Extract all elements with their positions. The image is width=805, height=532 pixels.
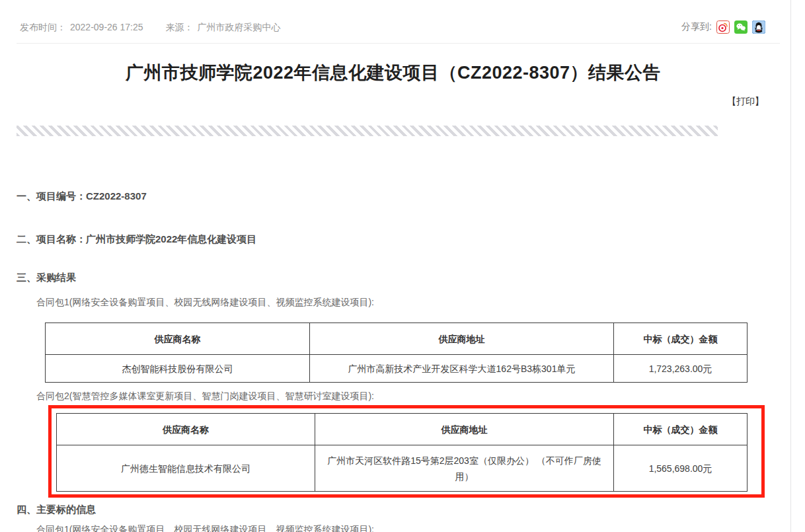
clipped-bottom-line: 合同包1(网络安全设备购置项目、校园无线网络建设项目、视频监控系统建设项目): [36,524,374,532]
source-value: 广州市政府采购中心 [198,22,281,32]
header-supplier-name: 供应商名称 [46,323,310,355]
header-supplier-address: 供应商地址 [310,323,614,355]
section-project-number: 一、项目编号：CZ2022-8307 [17,190,147,203]
share-label: 分享到: [681,21,712,33]
red-highlight-box: 供应商名称 供应商地址 中标（成交）金额 广州德生智能信息技术有限公司 广州市天… [48,405,765,498]
meta-bar: 发布时间：2022-09-26 17:25来源：广州市政府采购中心 [20,22,285,34]
section-procurement-result: 三、采购结果 [17,272,76,284]
award-amount-cell: 1,723,263.00元 [614,355,748,383]
table-header-row: 供应商名称 供应商地址 中标（成交）金额 [57,414,748,445]
supplier-address-cell: 广州市高新技术产业开发区科学大道162号B3栋301单元 [310,355,614,383]
weibo-icon[interactable] [716,20,730,34]
announcement-page: 发布时间：2022-09-26 17:25来源：广州市政府采购中心 分享到: [0,0,805,532]
section-main-subject-info: 四、主要标的信息 [17,504,96,516]
meta-divider [17,43,780,44]
supplier-name-cell: 广州德生智能信息技术有限公司 [57,445,315,492]
wechat-icon[interactable] [734,20,748,34]
share-bar: 分享到: [681,20,765,34]
supplier-name-cell: 杰创智能科技股份有限公司 [46,355,310,383]
header-award-amount: 中标（成交）金额 [614,323,748,355]
header-supplier-address: 供应商地址 [315,414,614,445]
header-supplier-name: 供应商名称 [57,414,315,445]
supplier-address-cell: 广州市天河区软件路15号第2层203室（仅限办公） （不可作厂房使用） [315,445,614,492]
package2-result-table: 供应商名称 供应商地址 中标（成交）金额 广州德生智能信息技术有限公司 广州市天… [56,413,748,492]
section-project-name: 二、项目名称：广州市技师学院2022年信息化建设项目 [17,233,256,246]
award-amount-cell: 1,565,698.00元 [614,445,748,492]
publish-time-value: 2022-09-26 17:25 [70,22,143,32]
package1-result-table: 供应商名称 供应商地址 中标（成交）金额 杰创智能科技股份有限公司 广州市高新技… [45,323,748,383]
table-row: 杰创智能科技股份有限公司 广州市高新技术产业开发区科学大道162号B3栋301单… [46,355,748,383]
hatched-divider [17,126,718,136]
print-button[interactable]: 【打印】 [727,96,764,108]
page-right-border [790,0,791,532]
qq-icon[interactable] [752,20,765,34]
package1-intro: 合同包1(网络安全设备购置项目、校园无线网络建设项目、视频监控系统建设项目): [36,297,374,309]
publish-time-label: 发布时间： [20,22,66,32]
table-header-row: 供应商名称 供应商地址 中标（成交）金额 [46,323,748,355]
header-award-amount: 中标（成交）金额 [614,414,748,445]
package2-intro: 合同包2(智慧管控多媒体课室更新项目、智慧门岗建设项目、智慧研讨室建设项目): [36,391,374,402]
page-title: 广州市技师学院2022年信息化建设项目（CZ2022-8307）结果公告 [0,61,786,85]
source-label: 来源： [166,22,194,32]
table-row: 广州德生智能信息技术有限公司 广州市天河区软件路15号第2层203室（仅限办公）… [57,445,748,492]
